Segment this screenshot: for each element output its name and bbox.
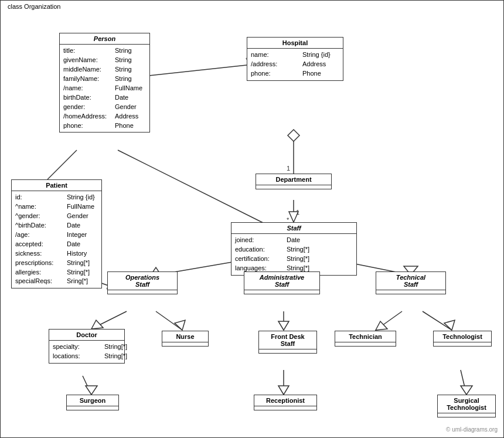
svg-line-15 [156, 311, 182, 330]
operations-staff-class: OperationsStaff [107, 271, 178, 294]
svg-marker-14 [91, 320, 103, 329]
nurse-class: Nurse [162, 331, 209, 347]
technical-staff-class: TechnicalStaff [376, 271, 446, 294]
surgeon-body [67, 406, 118, 410]
doctor-header: Doctor [49, 330, 124, 341]
person-header: Person [60, 33, 149, 45]
front-desk-staff-body [259, 349, 316, 353]
technician-class: Technician [335, 331, 396, 347]
administrative-staff-body [244, 290, 319, 294]
svg-line-19 [376, 311, 402, 330]
svg-marker-24 [86, 386, 97, 395]
technician-header: Technician [335, 331, 396, 342]
patient-body: id:String {id} ^name:FullName ^gender:Ge… [12, 191, 101, 288]
surgical-technologist-header: SurgicalTechnologist [438, 395, 495, 413]
svg-marker-5 [289, 212, 298, 222]
surgeon-header: Surgeon [67, 395, 118, 406]
svg-line-27 [461, 370, 466, 395]
svg-marker-22 [444, 320, 455, 330]
technical-staff-header: TechnicalStaff [376, 272, 445, 290]
hospital-body: name:String {id} /address:Address phone:… [247, 49, 343, 80]
doctor-body: specialty:String[*] locations:String[*] [49, 341, 124, 363]
staff-header: Staff [231, 223, 356, 234]
svg-marker-16 [175, 320, 185, 330]
svg-marker-26 [278, 386, 289, 395]
nurse-body [162, 342, 208, 346]
watermark: © uml-diagrams.org [446, 426, 498, 433]
svg-line-23 [83, 376, 91, 395]
person-body: title:String givenName:String middleName… [60, 45, 149, 132]
doctor-class: Doctor specialty:String[*] locations:Str… [49, 329, 125, 364]
operations-staff-body [108, 290, 177, 294]
svg-marker-20 [376, 321, 387, 330]
svg-marker-2 [288, 130, 299, 141]
svg-line-0 [47, 150, 77, 179]
svg-line-1 [118, 150, 264, 223]
technical-staff-body [376, 290, 445, 294]
svg-marker-18 [278, 321, 289, 330]
hospital-class: Hospital name:String {id} /address:Addre… [247, 37, 343, 81]
receptionist-body [254, 406, 316, 410]
svg-line-13 [91, 311, 127, 329]
nurse-header: Nurse [162, 331, 208, 342]
uml-diagram: class Organization [0, 0, 504, 438]
department-body [256, 185, 331, 189]
person-class: Person title:String givenName:String mid… [59, 33, 150, 133]
technician-body [335, 342, 396, 346]
department-header: Department [256, 174, 331, 185]
technologist-header: Technologist [434, 331, 491, 342]
svg-text:1: 1 [287, 165, 290, 172]
technologist-body [434, 342, 491, 346]
diagram-title: class Organization [5, 3, 63, 10]
hospital-header: Hospital [247, 38, 343, 49]
patient-header: Patient [12, 180, 101, 191]
svg-line-6 [138, 65, 247, 77]
svg-line-21 [423, 311, 452, 330]
operations-staff-header: OperationsStaff [108, 272, 177, 290]
surgical-technologist-class: SurgicalTechnologist [437, 395, 496, 417]
svg-marker-28 [461, 386, 472, 395]
staff-body: joined:Date education:String[*] certific… [231, 234, 356, 275]
surgical-technologist-body [438, 413, 495, 417]
administrative-staff-class: AdministrativeStaff [244, 271, 320, 294]
patient-class: Patient id:String {id} ^name:FullName ^g… [11, 179, 102, 288]
svg-text:1: 1 [296, 209, 299, 216]
surgeon-class: Surgeon [66, 395, 119, 410]
receptionist-class: Receptionist [254, 395, 317, 410]
front-desk-staff-class: Front DeskStaff [258, 331, 317, 354]
technologist-class: Technologist [433, 331, 492, 347]
department-class: Department [256, 174, 332, 189]
receptionist-header: Receptionist [254, 395, 316, 406]
front-desk-staff-header: Front DeskStaff [259, 331, 316, 349]
administrative-staff-header: AdministrativeStaff [244, 272, 319, 290]
staff-class: Staff joined:Date education:String[*] ce… [231, 222, 357, 276]
